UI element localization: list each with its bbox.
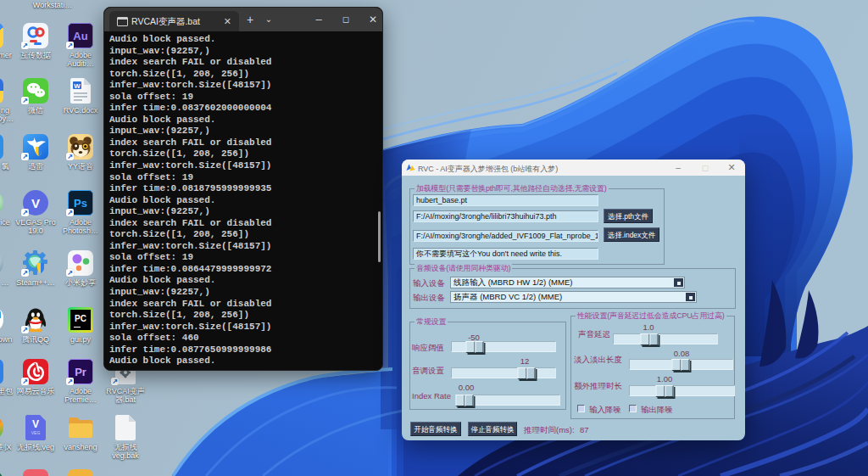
svg-text:VEG: VEG bbox=[31, 430, 41, 435]
svg-text:W: W bbox=[74, 82, 81, 90]
svg-text:V: V bbox=[32, 418, 39, 430]
